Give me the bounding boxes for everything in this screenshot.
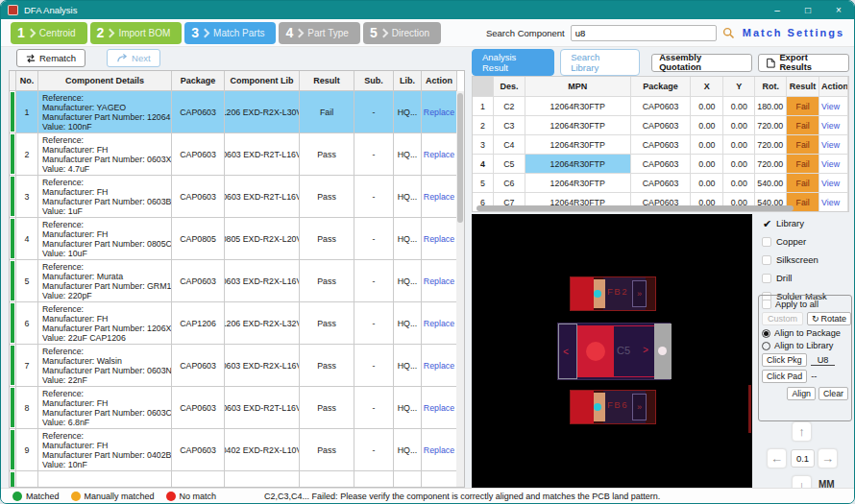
search-component-input[interactable] xyxy=(571,25,717,41)
component-details: Reference: Manufacturer: FH Manufacturer… xyxy=(38,302,172,345)
view-link[interactable]: View xyxy=(821,102,840,111)
replace-link[interactable]: Replace xyxy=(424,192,454,202)
result-badge: Fail xyxy=(787,155,819,174)
result-badge: Fail xyxy=(787,97,819,116)
match-indicator xyxy=(10,218,16,260)
component-row[interactable]: 6 Reference: Manufacturer: FH Manufactur… xyxy=(10,302,457,345)
layer-toggle[interactable]: Copper xyxy=(756,232,854,251)
export-results-button[interactable]: Export Results xyxy=(758,54,849,72)
view-link[interactable]: View xyxy=(821,140,840,150)
right-table-hscrollbar[interactable] xyxy=(476,205,794,211)
step-item[interactable]: 5 Direction xyxy=(363,22,441,44)
custom-button[interactable]: Custom xyxy=(762,312,803,325)
rematch-button[interactable]: Rematch xyxy=(16,49,86,67)
replace-link[interactable]: Replace xyxy=(424,108,454,117)
step-nav-row: 1 Centroid 2 Import BOM 3 Match Parts xyxy=(1,19,854,47)
match-indicator xyxy=(10,429,16,471)
analysis-row[interactable]: 4 C5 12064R30FTP CAP0603 0.00 0.00 720.0… xyxy=(473,155,848,174)
replace-link[interactable]: Replace xyxy=(424,445,454,455)
align-button[interactable]: Align xyxy=(787,387,816,400)
component-label: C5 xyxy=(617,345,630,356)
replace-link[interactable]: Replace xyxy=(424,403,454,413)
pcb-component-c5[interactable]: < C5 > xyxy=(557,323,671,380)
component-row[interactable]: 2 Reference: Manufacturer: FH Manufactur… xyxy=(10,133,457,176)
component-details: Reference: Manufacturer: FH Manufacturer… xyxy=(38,387,172,429)
component-row[interactable]: 5 Reference: Manufacturer: Murata Manufa… xyxy=(10,260,457,302)
replace-link[interactable]: Replace xyxy=(424,361,454,371)
layer-toggle[interactable]: Library xyxy=(756,214,854,232)
next-button[interactable]: Next xyxy=(107,49,160,67)
replace-link[interactable]: Replace xyxy=(424,234,454,244)
component-row[interactable]: 8 Reference: Manufacturer: FH Manufactur… xyxy=(10,387,457,429)
layer-toggle[interactable]: Drill xyxy=(756,269,854,287)
pcb-viewer-canvas[interactable]: FB2 » < C5 > FB6 » xyxy=(472,214,752,488)
step-item[interactable]: 4 Part Type xyxy=(279,22,359,44)
clear-button[interactable]: Clear xyxy=(818,387,848,400)
checkbox-icon xyxy=(762,219,771,228)
nudge-up-button[interactable]: ↑ xyxy=(792,421,812,442)
component-row[interactable]: 4 Reference: Manufacturer: FH Manufactur… xyxy=(10,218,457,260)
close-button[interactable]: × xyxy=(823,1,854,19)
click-pad-button[interactable]: Click Pad xyxy=(762,370,807,383)
replace-link[interactable]: Replace xyxy=(424,150,454,159)
radio-icon xyxy=(762,329,770,338)
replace-link[interactable]: Replace xyxy=(424,276,454,286)
step-item[interactable]: 2 Import BOM xyxy=(90,22,183,44)
centroid-dot xyxy=(594,290,601,298)
pad-left xyxy=(571,391,594,423)
analysis-row[interactable]: 1 C2 12064R30FTP CAP0603 0.00 0.00 180.0… xyxy=(473,97,848,116)
component-row[interactable]: 9 Reference: Manufacturer: FH Manufactur… xyxy=(10,429,457,471)
legend-dot-icon xyxy=(166,492,176,501)
align-to-package-radio[interactable]: Align to Package xyxy=(762,328,848,338)
view-link[interactable]: View xyxy=(821,198,840,207)
view-link[interactable]: View xyxy=(821,179,840,188)
click-pkg-value: U8 xyxy=(811,355,836,366)
analysis-row[interactable]: 3 C4 12064R30FTP CAP0603 0.00 0.00 720.0… xyxy=(473,135,848,155)
nudge-left-button[interactable]: ← xyxy=(767,448,787,468)
left-table-scrollbar[interactable] xyxy=(456,91,464,487)
component-details: Reference: Manufacturer: FH Manufacturer… xyxy=(38,176,172,218)
apply-to-all-toggle[interactable]: Apply to all xyxy=(762,300,848,309)
match-parts-table: No. Component Details Package Component … xyxy=(9,70,465,488)
step-item[interactable]: 3 Match Parts xyxy=(184,22,276,44)
legend-item: Matched xyxy=(12,492,60,501)
scrollbar-thumb[interactable] xyxy=(457,93,463,223)
chevron-right-icon xyxy=(379,28,388,37)
view-link[interactable]: View xyxy=(821,121,840,131)
maximize-button[interactable]: □ xyxy=(793,1,823,19)
search-icon[interactable] xyxy=(722,27,735,39)
minimize-button[interactable]: – xyxy=(762,1,793,19)
assembly-quotation-button[interactable]: Assembly Quotation xyxy=(651,54,752,72)
component-row[interactable]: 7 Reference: Manufacturer: Walsin Manufa… xyxy=(10,345,457,387)
match-indicator xyxy=(10,302,16,345)
view-link[interactable]: View xyxy=(821,159,840,169)
checkbox-icon xyxy=(762,300,771,309)
checkbox-icon xyxy=(762,255,771,265)
layer-toggle[interactable]: Silkscreen xyxy=(756,251,854,269)
match-settings-button[interactable]: Match Settings xyxy=(743,27,844,38)
chevron-right-icon xyxy=(295,28,305,37)
align-to-library-radio[interactable]: Align to Library xyxy=(762,341,848,350)
direction-marker-right: > xyxy=(643,345,648,355)
tab-search-library[interactable]: Search Library xyxy=(560,49,640,76)
component-row[interactable]: 3 Reference: Manufacturer: FH Manufactur… xyxy=(10,176,457,218)
step-item[interactable]: 1 Centroid xyxy=(11,22,87,44)
pin1-marker: » xyxy=(632,280,647,307)
nudge-right-button[interactable]: → xyxy=(818,448,838,468)
radio-icon xyxy=(762,342,770,350)
component-row[interactable]: 1 Reference: Manufacturer: YAGEO Manufac… xyxy=(10,91,457,133)
replace-link[interactable]: Replace xyxy=(424,319,454,328)
nudge-step-value[interactable]: 0.1 xyxy=(791,449,815,468)
rotate-button[interactable]: ↻ Rotate xyxy=(807,312,851,325)
library-pad-right xyxy=(654,324,672,379)
tab-analysis-result[interactable]: Analysis Result xyxy=(472,49,554,76)
analysis-row[interactable]: 2 C3 12064R30FTP CAP0603 0.00 0.00 720.0… xyxy=(473,116,848,135)
pcb-component-fb6[interactable]: FB6 » xyxy=(570,390,656,424)
component-row[interactable]: Reference: xyxy=(10,471,457,488)
analysis-row[interactable]: 5 C6 12064R30FTP CAP0603 0.00 0.00 540.0… xyxy=(473,174,848,193)
component-details: Reference: Manufacturer: YAGEO Manufactu… xyxy=(38,91,172,133)
pcb-component-fb2[interactable]: FB2 » xyxy=(570,276,656,311)
match-indicator xyxy=(10,91,16,133)
component-details: Reference: Manufacturer: FH Manufacturer… xyxy=(38,133,172,176)
click-pkg-button[interactable]: Click Pkg xyxy=(762,353,807,367)
